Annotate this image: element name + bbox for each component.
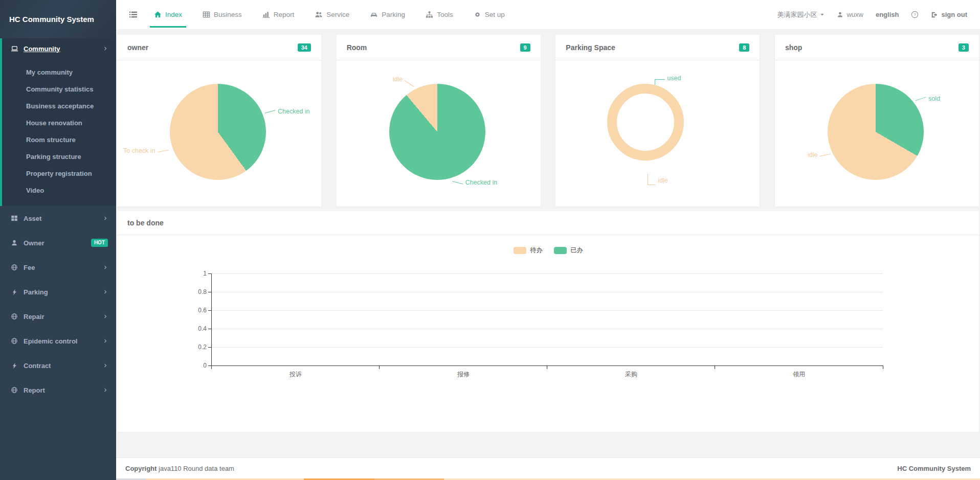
tab-service[interactable]: Service (315, 0, 349, 29)
community-submenu: My community Community statistics Busine… (2, 59, 116, 199)
legend-item-pending[interactable]: 待办 (514, 246, 543, 255)
pie-shop[interactable] (828, 84, 924, 180)
sidebar-item-label: Fee (24, 264, 98, 271)
hot-badge: HOT (91, 239, 108, 247)
sign-out-label: sign out (941, 11, 967, 18)
sidebar-item-community[interactable]: Community (2, 38, 116, 59)
globe-icon (10, 386, 18, 394)
user-icon (10, 239, 18, 247)
sidebar-subitem-video[interactable]: Video (2, 182, 116, 199)
x-tick (547, 366, 547, 369)
y-axis-label: 0.2 (184, 344, 207, 351)
card-owner: owner 34 Checked in To check in (117, 35, 321, 207)
label-line (405, 80, 414, 87)
tab-index[interactable]: Index (154, 0, 182, 29)
language-switch[interactable]: english (876, 11, 899, 18)
gridline (212, 273, 883, 274)
card-title: shop (785, 43, 802, 52)
donut-parking[interactable] (607, 84, 684, 161)
user-menu[interactable]: wuxw (837, 11, 863, 18)
panel-title: to be done (117, 211, 979, 235)
sidebar-subitem-my-community[interactable]: My community (2, 64, 116, 81)
sidebar-item-asset[interactable]: Asset (0, 206, 116, 231)
globe-icon (10, 312, 18, 321)
footer: Copyright java110 Round data team HC Com… (116, 458, 980, 478)
chevron-right-icon (103, 314, 108, 319)
pie-owner[interactable] (170, 84, 266, 180)
footer-brand: HC Community System (897, 465, 971, 472)
sidebar-subitem-house-renovation[interactable]: House renovation (2, 115, 116, 131)
gridline (212, 329, 883, 329)
help-button[interactable]: ? (911, 11, 919, 18)
gridline (212, 347, 883, 348)
card-room: Room 9 idle Checked in (337, 35, 541, 207)
chevron-right-icon (103, 338, 108, 344)
tab-label: Tools (437, 11, 453, 18)
chart-legend: 待办 已办 (117, 246, 979, 255)
sidebar-subitem-room-structure[interactable]: Room structure (2, 131, 116, 148)
tab-business[interactable]: Business (203, 0, 242, 29)
users-icon (315, 11, 323, 18)
tab-set-up[interactable]: Set up (474, 0, 505, 29)
x-axis-label: 报修 (380, 370, 547, 379)
copyright-text: java110 Round data team (159, 465, 234, 472)
gear-icon (474, 11, 481, 18)
tab-label: Report (274, 11, 295, 18)
home-icon (154, 11, 162, 18)
sidebar-item-report[interactable]: Report (0, 378, 116, 402)
caret-down-icon (820, 12, 825, 17)
label-line (264, 109, 275, 113)
x-axis-label: 投诉 (212, 370, 380, 379)
pie-room[interactable] (389, 84, 485, 180)
sidebar-subitem-parking-structure[interactable]: Parking structure (2, 148, 116, 165)
x-tick (211, 366, 212, 369)
sidebar-item-epidemic-control[interactable]: Epidemic control (0, 329, 116, 353)
menu-toggle-icon[interactable] (129, 10, 138, 19)
sign-out-icon (931, 11, 938, 18)
sidebar-subitem-business-acceptance[interactable]: Business acceptance (2, 98, 116, 115)
sidebar-item-repair[interactable]: Repair (0, 304, 116, 329)
x-axis (211, 365, 883, 366)
y-tick (208, 273, 211, 274)
sidebar-subitem-community-statistics[interactable]: Community statistics (2, 81, 116, 98)
y-axis-label: 0.6 (184, 307, 207, 314)
sidebar-subitem-property-registration[interactable]: Property registration (2, 165, 116, 182)
tab-label: Business (214, 11, 242, 18)
sign-out-button[interactable]: sign out (931, 11, 967, 18)
count-badge: 9 (520, 43, 530, 52)
sidebar-item-owner[interactable]: Owner HOT (0, 231, 116, 255)
chevron-right-icon (103, 387, 108, 393)
tab-report[interactable]: Report (262, 0, 295, 29)
language-label: english (876, 11, 899, 18)
topbar: Index Business Report Service Parking To… (116, 0, 980, 29)
community-selector[interactable]: 美满家园小区 (777, 10, 825, 19)
room-pie-chart: idle Checked in (337, 60, 541, 206)
tab-tools[interactable]: Tools (426, 0, 453, 29)
card-header: shop 3 (775, 35, 979, 60)
stat-cards-row: owner 34 Checked in To check in Room 9 i… (117, 35, 979, 207)
count-badge: 3 (959, 43, 969, 52)
sidebar-item-contract[interactable]: Contract (0, 353, 116, 378)
copyright-label: Copyright (125, 465, 157, 472)
donut-label-idle: idle (648, 174, 667, 184)
y-tick (208, 310, 211, 311)
label-line (915, 97, 926, 101)
sidebar-item-parking[interactable]: Parking (0, 280, 116, 304)
card-header: owner 34 (117, 35, 321, 60)
sitemap-icon (426, 11, 433, 18)
chevron-right-icon (103, 363, 108, 368)
pie-label-idle: idle (808, 151, 831, 158)
x-tick (883, 366, 883, 369)
card-title: owner (127, 43, 148, 52)
sidebar-item-fee[interactable]: Fee (0, 255, 116, 280)
sidebar-item-label: Repair (24, 313, 98, 321)
chevron-right-icon (103, 289, 108, 294)
tab-parking[interactable]: Parking (370, 0, 405, 29)
legend-item-done[interactable]: 已办 (554, 246, 583, 255)
sidebar-item-label: Parking (24, 288, 98, 296)
y-tick (208, 347, 211, 348)
legend-swatch-green (554, 247, 567, 254)
topbar-right: 美满家园小区 wuxw english ? sign out (777, 10, 967, 19)
sidebar-item-label: Asset (24, 215, 98, 222)
globe-icon (10, 263, 18, 271)
